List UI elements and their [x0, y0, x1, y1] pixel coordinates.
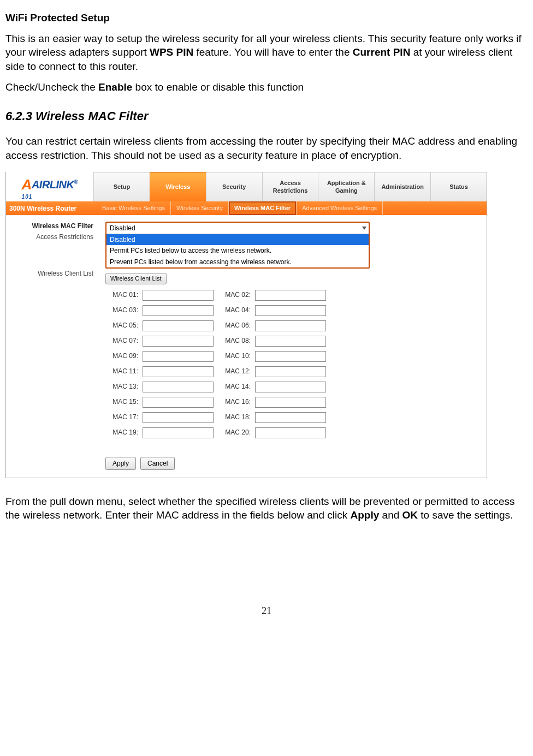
wireless-client-list-button[interactable]: Wireless Client List — [105, 273, 167, 284]
mac-input-06[interactable] — [255, 320, 326, 331]
mac-label: MAC 07: — [105, 336, 138, 345]
mac-input-02[interactable] — [255, 290, 326, 301]
mac-input-04[interactable] — [255, 305, 326, 316]
mac-label: MAC 10: — [218, 352, 251, 360]
subtab-wireless-security[interactable]: Wireless Security — [171, 201, 229, 215]
mac-input-08[interactable] — [255, 336, 326, 347]
tab-wireless[interactable]: Wireless — [150, 172, 206, 201]
mac-label: MAC 20: — [218, 428, 251, 437]
tab-security[interactable]: Security — [206, 172, 262, 201]
mac-input-18[interactable] — [255, 412, 326, 423]
mac-label: MAC 18: — [218, 413, 251, 421]
mac-input-03[interactable] — [143, 305, 214, 316]
mac-input-10[interactable] — [255, 351, 326, 362]
text: to save the settings. — [418, 509, 513, 521]
dropdown-option-disabled[interactable]: Disabled — [106, 234, 369, 245]
header-row: AAIRLINK® 101 Setup Wireless Security Ac… — [6, 172, 487, 201]
text: Check/Uncheck the — [5, 81, 98, 93]
logo-reg: ® — [74, 180, 78, 186]
text-apply: Apply — [351, 509, 380, 521]
dropdown-selected-text: Disabled — [110, 224, 135, 233]
mac-input-17[interactable] — [143, 412, 214, 423]
page-number: 21 — [5, 604, 528, 617]
main-tabs: Setup Wireless Security Access Restricti… — [93, 172, 487, 201]
logo-num: 101 — [22, 193, 78, 201]
mac-input-01[interactable] — [143, 290, 214, 301]
subtab-basic-wireless[interactable]: Basic Wireless Settings — [97, 201, 171, 215]
mac-label: MAC 14: — [218, 382, 251, 391]
text-ok: OK — [402, 509, 418, 521]
mac-label: MAC 09: — [105, 352, 138, 360]
router-model: 300N Wireless Router — [6, 204, 97, 213]
mac-input-12[interactable] — [255, 366, 326, 377]
tab-access-restrictions[interactable]: Access Restrictions — [262, 172, 318, 201]
figure-body: Wireless MAC Filter Access Restrictions … — [6, 215, 487, 478]
mac-label: MAC 16: — [218, 397, 251, 406]
chevron-down-icon — [362, 227, 366, 230]
cancel-button[interactable]: Cancel — [140, 457, 175, 470]
main-panel: Disabled Disabled Permit PCs listed belo… — [97, 215, 487, 478]
heading-wifi-protected-setup: WiFi Protected Setup — [5, 11, 528, 25]
subtab-wireless-mac-filter[interactable]: Wireless MAC Filter — [229, 201, 297, 215]
text: and — [379, 509, 402, 521]
text-wps-pin: WPS PIN — [150, 46, 193, 58]
mac-input-05[interactable] — [143, 320, 214, 331]
sidebar: Wireless MAC Filter Access Restrictions … — [6, 215, 97, 478]
paragraph-wps-desc: This is an easier way to setup the wirel… — [5, 32, 528, 74]
mac-label: MAC 13: — [105, 382, 138, 391]
tab-administration[interactable]: Administration — [374, 172, 430, 201]
dropdown-option-prevent[interactable]: Prevent PCs listed below from accessing … — [106, 257, 369, 267]
paragraph-apply-instructions: From the pull down menu, select whether … — [5, 495, 528, 522]
subtab-advanced-wireless[interactable]: Advanced Wireless Settings — [297, 201, 383, 215]
sidebar-label-access: Access Restrictions — [6, 233, 93, 241]
logo-brand-text: AIRLINK — [32, 178, 74, 191]
paragraph-enable: Check/Uncheck the Enable box to enable o… — [5, 80, 528, 94]
mac-input-07[interactable] — [143, 336, 214, 347]
tab-application-gaming[interactable]: Application & Gaming — [318, 172, 374, 201]
mac-label: MAC 05: — [105, 321, 138, 330]
mac-input-14[interactable] — [255, 382, 326, 392]
mac-label: MAC 11: — [105, 367, 138, 376]
mac-label: MAC 19: — [105, 428, 138, 437]
mac-input-grid: MAC 01: MAC 02: MAC 03: MAC 04: MAC 05: … — [105, 290, 478, 438]
mac-label: MAC 03: — [105, 306, 138, 314]
mac-label: MAC 17: — [105, 413, 138, 421]
text: feature. You will have to enter the — [193, 46, 353, 58]
mac-input-20[interactable] — [255, 427, 326, 438]
sidebar-title: Wireless MAC Filter — [6, 222, 93, 230]
text-current-pin: Current PIN — [353, 46, 411, 58]
access-restriction-dropdown[interactable]: Disabled Disabled Permit PCs listed belo… — [105, 222, 370, 269]
sidebar-label-client-list: Wireless Client List — [6, 269, 93, 278]
mac-label: MAC 15: — [105, 397, 138, 406]
tab-setup[interactable]: Setup — [93, 172, 150, 201]
mac-input-19[interactable] — [143, 427, 214, 438]
mac-label: MAC 04: — [218, 306, 251, 314]
mac-input-09[interactable] — [143, 351, 214, 362]
logo-a-icon: A — [22, 176, 32, 193]
mac-label: MAC 06: — [218, 321, 251, 330]
sub-tab-bar: 300N Wireless Router Basic Wireless Sett… — [6, 201, 487, 215]
logo: AAIRLINK® 101 — [6, 172, 93, 201]
heading-6-2-3: 6.2.3 Wireless MAC Filter — [5, 108, 528, 124]
paragraph-mac-filter-desc: You can restrict certain wireless client… — [5, 134, 528, 162]
text: box to enable or disable this function — [132, 81, 304, 93]
router-admin-figure: AAIRLINK® 101 Setup Wireless Security Ac… — [5, 172, 487, 478]
mac-label: MAC 01: — [105, 290, 138, 299]
mac-label: MAC 12: — [218, 367, 251, 376]
mac-input-15[interactable] — [143, 397, 214, 408]
dropdown-option-permit[interactable]: Permit PCs listed below to access the wi… — [106, 245, 369, 256]
mac-label: MAC 08: — [218, 336, 251, 345]
text-enable: Enable — [98, 81, 132, 93]
tab-status[interactable]: Status — [430, 172, 487, 201]
apply-button[interactable]: Apply — [105, 457, 136, 470]
mac-input-13[interactable] — [143, 382, 214, 392]
mac-input-16[interactable] — [255, 397, 326, 408]
mac-label: MAC 02: — [218, 290, 251, 299]
mac-input-11[interactable] — [143, 366, 214, 377]
